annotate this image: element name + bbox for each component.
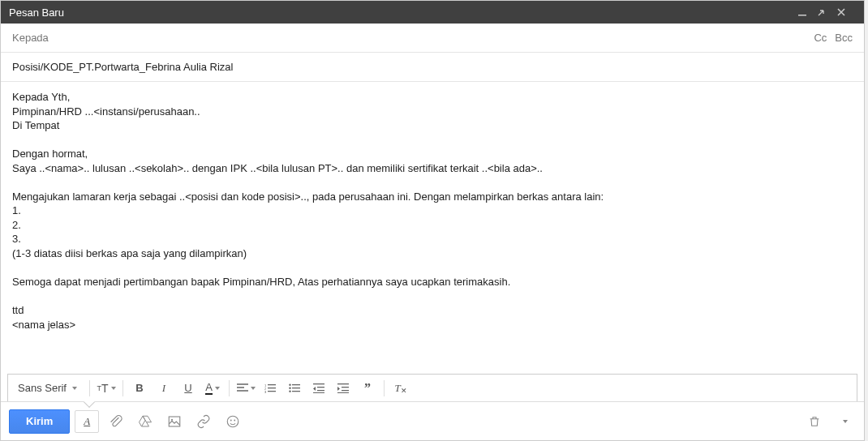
svg-rect-18 — [342, 387, 349, 387]
svg-rect-0 — [798, 15, 806, 16]
email-body[interactable]: Kepada Yth, Pimpinan/HRD ...<instansi/pe… — [1, 82, 864, 374]
svg-rect-16 — [313, 392, 324, 393]
underline-button[interactable]: U — [177, 378, 200, 399]
svg-point-23 — [227, 416, 238, 427]
svg-rect-13 — [313, 383, 324, 384]
svg-point-25 — [234, 419, 236, 421]
svg-rect-21 — [169, 417, 180, 426]
bottom-toolbar: Kirim A — [1, 401, 864, 440]
insert-drive-button[interactable] — [133, 410, 157, 433]
svg-rect-8 — [292, 384, 300, 385]
svg-point-24 — [230, 419, 232, 421]
recipients-row[interactable]: Kepada Cc Bcc — [1, 24, 864, 53]
window-title: Pesan Baru — [9, 6, 64, 19]
more-options-button[interactable] — [831, 410, 856, 433]
compose-window: Pesan Baru Kepada Cc Bcc Kepada Yth, Pim… — [0, 0, 865, 441]
chevron-down-icon — [72, 387, 77, 390]
svg-rect-20 — [337, 392, 349, 393]
indent-less-button[interactable] — [307, 378, 330, 399]
attach-file-button[interactable] — [104, 410, 128, 433]
window-titlebar: Pesan Baru — [1, 1, 864, 24]
insert-photo-button[interactable] — [162, 410, 187, 433]
svg-rect-17 — [337, 383, 349, 384]
svg-point-9 — [289, 387, 290, 388]
to-field-placeholder[interactable]: Kepada — [12, 32, 806, 44]
svg-rect-15 — [317, 390, 324, 391]
font-size-picker[interactable]: TT — [95, 378, 118, 399]
indent-more-button[interactable] — [332, 378, 355, 399]
close-button[interactable] — [836, 7, 856, 17]
svg-point-11 — [289, 390, 290, 392]
subject-row — [1, 53, 864, 82]
svg-point-22 — [171, 418, 173, 420]
font-family-label: Sans Serif — [18, 382, 67, 394]
formatting-toggle-button[interactable]: A — [75, 410, 99, 433]
discard-draft-button[interactable] — [802, 410, 827, 433]
svg-rect-6 — [268, 391, 276, 392]
text-color-button[interactable]: A — [201, 378, 224, 399]
svg-text:3: 3 — [264, 390, 267, 393]
send-button[interactable]: Kirim — [9, 409, 70, 434]
chevron-down-icon — [111, 387, 116, 390]
minimize-button[interactable] — [797, 7, 817, 17]
pop-out-button[interactable] — [817, 7, 836, 17]
cc-button[interactable]: Cc — [814, 32, 827, 44]
chevron-down-icon — [843, 420, 848, 423]
svg-rect-10 — [292, 387, 300, 388]
numbered-list-button[interactable]: 123 — [259, 378, 281, 399]
svg-rect-4 — [268, 387, 276, 388]
subject-input[interactable] — [12, 61, 853, 73]
svg-point-7 — [289, 383, 290, 385]
remove-formatting-button[interactable]: T✕ — [389, 378, 412, 399]
italic-button[interactable]: I — [153, 378, 175, 399]
svg-rect-14 — [317, 387, 324, 387]
svg-rect-2 — [268, 384, 276, 385]
bold-button[interactable]: B — [128, 378, 151, 399]
chevron-down-icon — [251, 387, 256, 390]
svg-rect-19 — [342, 390, 349, 391]
insert-link-button[interactable] — [191, 410, 216, 433]
align-button[interactable] — [234, 378, 257, 399]
format-toolbar: Sans Serif TT B I U A 123 — [7, 374, 857, 401]
quote-button[interactable]: ” — [356, 378, 379, 399]
bulleted-list-button[interactable] — [283, 378, 306, 399]
insert-emoji-button[interactable] — [221, 410, 245, 433]
font-family-picker[interactable]: Sans Serif — [13, 378, 84, 399]
bcc-button[interactable]: Bcc — [835, 32, 853, 44]
svg-rect-12 — [292, 391, 300, 392]
chevron-down-icon — [215, 387, 220, 390]
